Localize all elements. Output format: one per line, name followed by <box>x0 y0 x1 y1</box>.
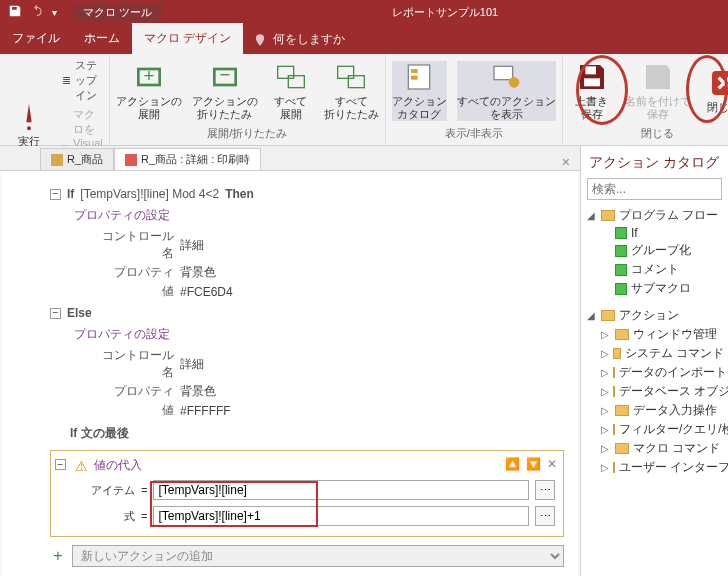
group-tools: 実行 ≣ステップ イン ⎘マクロを Visual Basic に変換 ツール <box>0 54 110 145</box>
save-overwrite-button[interactable]: 上書き 保存 <box>569 61 615 121</box>
group-show-hide: アクション カタログ すべてのアクション を表示 表示/非表示 <box>386 54 563 145</box>
svg-rect-7 <box>349 75 365 87</box>
show-all-actions-button[interactable]: すべてのアクション を表示 <box>457 61 556 121</box>
move-up-icon[interactable]: 🔼 <box>505 457 520 471</box>
folder-icon <box>615 329 629 340</box>
if-expression: [TempVars]![line] Mod 4<2 <box>80 187 219 201</box>
warning-icon: ⚠ <box>75 458 88 474</box>
action-catalog-button[interactable]: アクション カタログ <box>392 61 447 121</box>
svg-rect-10 <box>411 75 418 79</box>
folder-icon <box>613 424 615 435</box>
folder-icon <box>613 348 621 359</box>
tree-node-comment[interactable]: コメント <box>615 260 724 279</box>
expand-all-button[interactable]: すべて 展開 <box>268 61 314 121</box>
tab-file[interactable]: ファイル <box>0 23 72 54</box>
group-expand: +アクションの 展開 −アクションの 折りたたみ すべて 展開 すべて 折りたた… <box>110 54 386 145</box>
add-action-select[interactable]: 新しいアクションの追加 <box>72 545 564 567</box>
tree-node-window[interactable]: ▷ウィンドウ管理 <box>601 325 724 344</box>
close-tab-icon[interactable]: × <box>552 154 580 170</box>
collapse-toggle[interactable]: − <box>50 189 61 200</box>
node-label: データベース オブジ <box>619 383 728 400</box>
tree-node-group[interactable]: グループ化 <box>615 241 724 260</box>
group-close-label: 閉じる <box>641 124 674 143</box>
undo-icon[interactable] <box>30 4 44 20</box>
collapse-toggle[interactable]: − <box>50 308 61 319</box>
show-all-actions-label: すべてのアクション を表示 <box>457 95 556 121</box>
move-down-icon[interactable]: 🔽 <box>526 457 541 471</box>
doc-tab-r-products[interactable]: R_商品 <box>40 148 114 170</box>
tree-node-import[interactable]: ▷データのインポート <box>601 363 724 382</box>
collapse-all-button[interactable]: すべて 折りたたみ <box>324 61 379 121</box>
close-label: 閉じる <box>707 101 728 114</box>
tell-me-search[interactable]: 何をしますか <box>243 31 355 54</box>
tree-node-macrocmd[interactable]: ▷マクロ コマンド <box>601 439 724 458</box>
node-label: プログラム フロー <box>619 207 718 224</box>
run-button[interactable]: 実行 <box>6 101 52 148</box>
save-as-button: 名前を付けて 保存 <box>625 61 691 121</box>
value-label: 値 <box>94 283 174 300</box>
tree-node-submacro[interactable]: サブマクロ <box>615 279 724 298</box>
group-close: 上書き 保存 名前を付けて 保存 閉じる 閉じる <box>563 54 728 145</box>
node-label: コメント <box>631 261 679 278</box>
collapse-actions-button[interactable]: −アクションの 折りたたみ <box>192 61 258 121</box>
control-name-value2: 詳細 <box>180 356 204 373</box>
control-name-value: 詳細 <box>180 237 204 254</box>
tree-node-filter[interactable]: ▷フィルター/クエリ/検 <box>601 420 724 439</box>
endif-label: If 文の最後 <box>70 425 129 442</box>
folder-icon <box>613 462 615 473</box>
document-title: レポートサンプル101 <box>162 5 728 20</box>
collapse-toggle[interactable]: − <box>55 459 66 470</box>
expr-builder-button[interactable]: ⋯ <box>535 506 555 526</box>
svg-text:−: − <box>219 64 230 85</box>
node-label: If <box>631 226 638 240</box>
doc-tab2-label: R_商品 : 詳細 : 印刷時 <box>141 152 250 167</box>
qat-dropdown-icon[interactable]: ▾ <box>52 7 57 18</box>
item-builder-button[interactable]: ⋯ <box>535 480 555 500</box>
tree-node-dbobj[interactable]: ▷データベース オブジ <box>601 382 724 401</box>
node-label: サブマクロ <box>631 280 691 297</box>
folder-icon <box>601 310 615 321</box>
node-label: データ入力操作 <box>633 402 717 419</box>
expr-label: 式 <box>85 509 135 524</box>
assign-title: 値の代入 <box>94 457 142 474</box>
save-icon[interactable] <box>8 4 22 20</box>
node-label: システム コマンド <box>625 345 724 362</box>
delete-action-icon[interactable]: ✕ <box>547 457 557 471</box>
set-property-title: プロパティの設定 <box>74 207 564 224</box>
action-icon <box>615 227 627 239</box>
catalog-tree: ◢プログラム フロー If グループ化 コメント サブマクロ ◢アクション ▷ウ… <box>581 206 728 576</box>
close-button[interactable]: 閉じる <box>701 67 728 114</box>
property-value2: 背景色 <box>180 383 216 400</box>
svg-point-12 <box>509 77 520 88</box>
tree-node-dataentry[interactable]: ▷データ入力操作 <box>601 401 724 420</box>
node-label: グループ化 <box>631 242 691 259</box>
collapse-all-label: すべて 折りたたみ <box>324 95 379 121</box>
property-label2: プロパティ <box>94 383 174 400</box>
control-name-label: コントロール名 <box>94 228 174 262</box>
main-area: R_商品 R_商品 : 詳細 : 印刷時 × − If [TempVars]![… <box>0 146 580 576</box>
tree-node-actions[interactable]: ◢アクション <box>587 306 724 325</box>
expand-actions-button[interactable]: +アクションの 展開 <box>116 61 182 121</box>
assign-value-block[interactable]: − ⚠値の代入 🔼 🔽 ✕ アイテム= ⋯ 式= <box>50 450 564 537</box>
macro-editor: − If [TempVars]![line] Mod 4<2 Then プロパテ… <box>2 171 578 576</box>
step-in-button[interactable]: ≣ステップ イン <box>62 58 103 103</box>
tab-home[interactable]: ホーム <box>72 23 132 54</box>
value2: #FFFFFF <box>180 404 231 418</box>
action-icon <box>615 283 627 295</box>
expr-input[interactable] <box>153 506 529 526</box>
control-name-label2: コントロール名 <box>94 347 174 381</box>
tab-macro-design[interactable]: マクロ デザイン <box>132 23 243 54</box>
add-action-icon[interactable]: + <box>50 548 66 564</box>
svg-rect-14 <box>584 78 600 86</box>
tree-node-system[interactable]: ▷システム コマンド <box>601 344 724 363</box>
property-value: 背景色 <box>180 264 216 281</box>
property-label: プロパティ <box>94 264 174 281</box>
item-input[interactable] <box>153 480 529 500</box>
tree-node-uicmd[interactable]: ▷ユーザー インターフ <box>601 458 724 477</box>
tree-node-if[interactable]: If <box>615 225 724 241</box>
doc-tab-macro[interactable]: R_商品 : 詳細 : 印刷時 <box>114 148 261 170</box>
tree-node-program-flow[interactable]: ◢プログラム フロー <box>587 206 724 225</box>
save-overwrite-label: 上書き 保存 <box>575 95 608 121</box>
action-catalog-label: アクション カタログ <box>392 95 447 121</box>
catalog-search-input[interactable] <box>587 178 722 200</box>
